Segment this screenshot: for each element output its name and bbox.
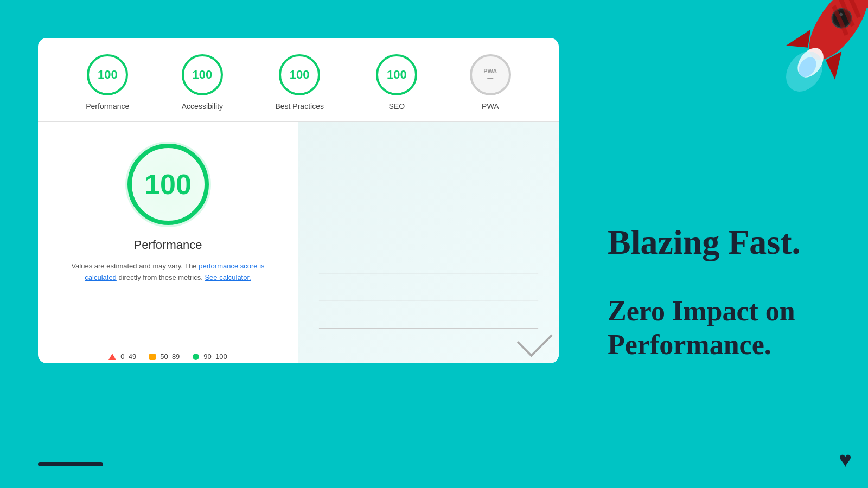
rocket-icon [744, 0, 868, 125]
score-circle-pwa: PWA— [470, 54, 511, 95]
lighthouse-card: 100 Performance 100 Accessibility 100 Be… [38, 38, 559, 363]
score-legend: 0–49 50–89 90–100 [108, 352, 227, 361]
score-item-best-practices: 100 Best Practices [275, 54, 323, 111]
detail-section: 100 Performance Values are estimated and… [38, 122, 559, 363]
zero-impact-line2: Performance. [608, 329, 771, 360]
performance-panel-title: Performance [134, 238, 202, 252]
zero-impact-line1: Zero Impact on [608, 296, 795, 326]
legend-range-orange: 50–89 [160, 352, 180, 361]
score-item-pwa: PWA— PWA [470, 54, 511, 111]
orange-square-icon [149, 354, 156, 360]
red-triangle-icon [108, 354, 116, 360]
large-score-circle: 100 [127, 144, 209, 225]
legend-range-red: 0–49 [120, 352, 136, 361]
chart-svg [298, 122, 559, 363]
score-circle-seo: 100 [376, 54, 417, 95]
score-label-seo: SEO [389, 102, 405, 111]
score-circle-accessibility: 100 [182, 54, 223, 95]
legend-range-green: 90–100 [203, 352, 227, 361]
description-text-start: Values are estimated and may vary. The [71, 262, 199, 270]
large-score-value: 100 [144, 168, 192, 201]
right-content: Blazing Fast. Zero Impact on Performance… [575, 0, 868, 488]
chart-panel [298, 122, 559, 363]
score-circle-performance: 100 [87, 54, 128, 95]
legend-item-red: 0–49 [108, 352, 136, 361]
heart-icon: ♥ [839, 447, 852, 472]
performance-description: Values are estimated and may vary. The p… [65, 261, 271, 284]
performance-panel: 100 Performance Values are estimated and… [38, 122, 298, 363]
legend-item-green: 90–100 [193, 352, 227, 361]
score-item-accessibility: 100 Accessibility [182, 54, 223, 111]
bottom-bar [38, 462, 103, 466]
green-dot-icon [193, 354, 199, 360]
headline-container: Blazing Fast. Zero Impact on Performance… [608, 223, 868, 362]
score-label-performance: Performance [86, 102, 129, 111]
description-text-mid: directly from these metrics. [117, 273, 205, 281]
score-item-performance: 100 Performance [86, 54, 129, 111]
score-item-seo: 100 SEO [376, 54, 417, 111]
calculator-link[interactable]: See calculator. [205, 273, 251, 281]
legend-item-orange: 50–89 [149, 352, 180, 361]
zero-impact-text: Zero Impact on Performance. [608, 294, 868, 362]
score-value-performance: 100 [98, 68, 118, 82]
score-circle-best-practices: 100 [279, 54, 320, 95]
score-label-pwa: PWA [482, 102, 499, 111]
score-label-best-practices: Best Practices [275, 102, 323, 111]
score-value-best-practices: 100 [290, 68, 310, 82]
score-label-accessibility: Accessibility [182, 102, 223, 111]
score-value-seo: 100 [387, 68, 407, 82]
scores-section: 100 Performance 100 Accessibility 100 Be… [38, 38, 559, 122]
score-value-pwa: PWA— [483, 68, 497, 82]
blazing-fast-text: Blazing Fast. [608, 223, 868, 261]
score-value-accessibility: 100 [193, 68, 213, 82]
rocket-container [749, 0, 857, 141]
